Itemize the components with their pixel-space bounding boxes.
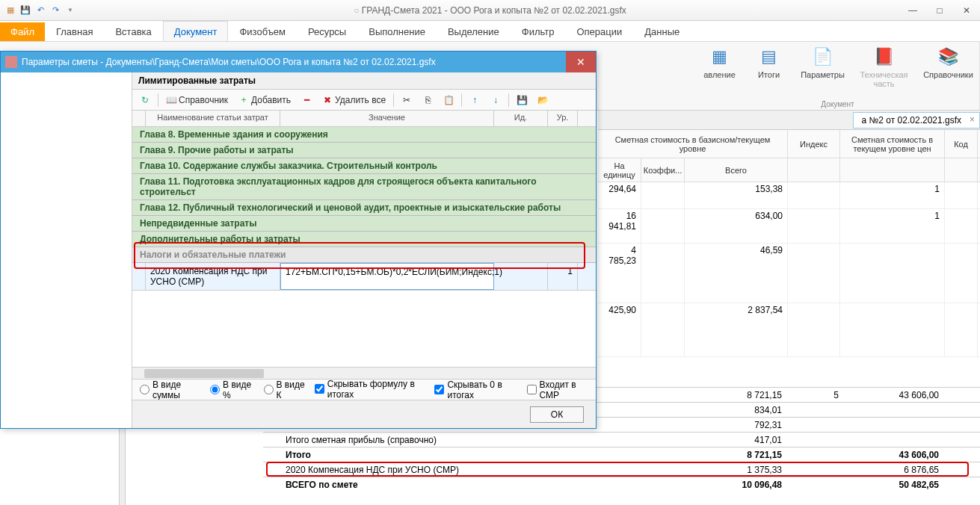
tab-execution[interactable]: Выполнение [357,21,437,41]
tab-resources[interactable]: Ресурсы [297,21,357,41]
entry-value-input[interactable]: 172+БМ.СП*0,15+БМ.ОБ)*0,2*ЕСЛИ(БИМ;Индек… [280,263,494,290]
col-unit: На единицу [598,158,641,182]
col-code: Код [945,130,978,158]
col-level[interactable]: Ур. [548,111,578,126]
entry-level: 1 [548,263,578,290]
col-cost-cur: Сметная стоимость в текущем уровне цен [840,130,945,158]
summary-row-grand[interactable]: ВСЕГО по смете10 096,4850 482,65 [263,477,980,492]
chapter-row[interactable]: Глава 9. Прочие работы и затраты [132,143,596,158]
delete-all-button[interactable]: ✖Удалить все [319,93,389,107]
col-cost-base: Сметная стоимость в базисном/текущем уро… [598,130,788,158]
dialog-list: Глава 8. Временные здания и сооружения Г… [132,127,596,367]
window-title: ○ ГРАНД-Смета 2021 - ООО Рога и копыта №… [81,4,899,16]
tab-filter[interactable]: Фильтр [511,21,566,41]
dialog-title: Параметры сметы - Документы\Гранд-Смета\… [22,57,436,67]
file-tab[interactable]: Файл [0,22,45,41]
dialog-icon [5,56,17,68]
plus-icon: ＋ [238,95,249,105]
maximize-button[interactable]: □ [926,2,953,19]
entry-name[interactable]: 2020 Компенсация НДС при УСНО (СМР) [146,263,280,290]
opt-sum[interactable]: В виде суммы [140,379,201,400]
totals-button[interactable]: ▤ Итоги [747,45,792,88]
col-total: Всего [685,158,788,182]
refresh-icon: ↻ [140,95,150,105]
reference-button[interactable]: 📖Справочник [163,93,231,107]
qat-dropdown-icon[interactable]: ▼ [64,4,76,16]
opt-k[interactable]: В виде К [264,379,306,400]
col-coef: Коэффи... [641,158,685,182]
horizontal-scrollbar[interactable] [132,367,596,379]
dialog-close-button[interactable]: ✕ [566,52,596,72]
open-tb-button[interactable]: 📂 [534,93,551,107]
copy-button[interactable]: ⎘ [419,93,436,107]
opt-in-smr[interactable]: Входит в СМР [527,379,588,400]
undo-icon[interactable]: ↶ [34,4,46,16]
save-icon[interactable]: 💾 [19,4,31,16]
move-up-button[interactable]: ↑ [466,93,483,107]
tab-insert[interactable]: Вставка [104,21,162,41]
entry-row[interactable]: 2020 Компенсация НДС при УСНО (СМР) 172+… [132,263,596,291]
tab-main[interactable]: Главная [45,21,104,41]
techpart-button[interactable]: 📕 Техническая часть [854,45,914,88]
arrow-up-icon: ↑ [469,95,480,105]
scissors-icon: ✂ [401,95,412,105]
opt-hide-zero[interactable]: Скрывать 0 в итогах [434,379,517,400]
document-tab[interactable]: а №2 от 02.02.2021.gsfx [853,112,980,128]
move-down-button[interactable]: ↓ [487,93,504,107]
add-button[interactable]: ＋Добавить [235,93,294,107]
delete-icon: ✖ [322,95,333,105]
redo-icon[interactable]: ↷ [49,4,61,16]
dialog-toolbar: ↻ 📖Справочник ＋Добавить ━ ✖Удалить все ✂… [132,90,596,111]
tab-operations[interactable]: Операции [565,21,633,41]
scrollbar-thumb[interactable] [144,369,264,378]
books-icon: 📚 [937,45,961,69]
table-row[interactable]: 425,90 2 837,54 [598,303,980,357]
book-open-icon: 📖 [166,95,176,105]
summary-row-nds[interactable]: 2020 Компенсация НДС при УСНО (СМР)1 375… [263,462,980,477]
view-button[interactable]: ▦ авление [697,45,742,88]
refresh-button[interactable]: ↻ [137,93,153,107]
col-value[interactable]: Значение [280,111,494,126]
chapter-row-dim[interactable]: Налоги и обязательные платежи [132,247,596,263]
folder-open-icon: 📂 [537,95,548,105]
summary-row-total[interactable]: Итого8 721,1543 606,00 [263,447,980,462]
delete-one-button[interactable]: ━ [298,93,315,107]
references-button[interactable]: 📚 Справочники [919,45,979,88]
col-name[interactable]: Наименование статьи затрат [146,111,280,126]
quick-access-toolbar: ▦ 💾 ↶ ↷ ▼ [0,4,81,16]
grid-body: 294,64 153,38 1 16 941,81 634,00 1 4 785… [598,182,980,357]
tab-physvolume[interactable]: Физобъем [228,21,297,41]
summary-row[interactable]: Итого сметная прибыль (справочно)417,01 [263,432,980,447]
dialog-section-title: Лимитированные затраты [132,72,596,90]
chapter-row[interactable]: Глава 10. Содержание службы заказчика. С… [132,158,596,174]
ribbon-group-label: Документ [821,100,854,108]
parameters-button[interactable]: 📄 Параметры [796,45,850,88]
chapter-row[interactable]: Глава 11. Подготовка эксплуатационных ка… [132,174,596,200]
cut-button[interactable]: ✂ [398,93,415,107]
grid-header: Сметная стоимость в базисном/текущем уро… [598,130,980,182]
tab-selection[interactable]: Выделение [437,21,511,41]
dialog-titlebar[interactable]: Параметры сметы - Документы\Гранд-Смета\… [1,52,596,72]
minimize-button[interactable]: — [899,2,926,19]
chapter-row[interactable]: Глава 12. Публичный технологический и це… [132,200,596,216]
disk-icon: 💾 [517,95,527,105]
paste-icon: 📋 [443,95,454,105]
chapter-row[interactable]: Дополнительные работы и затраты [132,232,596,247]
opt-pct[interactable]: В виде % [210,379,254,400]
chapter-row[interactable]: Глава 8. Временные здания и сооружения [132,127,596,143]
dialog-footer: ОК [132,400,596,428]
opt-hide-formula[interactable]: Скрывать формулу в итогах [315,379,426,401]
table-row[interactable]: 294,64 153,38 1 [598,182,980,209]
tab-document[interactable]: Документ [163,21,229,41]
ok-button[interactable]: ОК [530,406,584,423]
close-button[interactable]: ✕ [953,2,980,19]
minus-icon: ━ [301,95,312,105]
dialog-options: В виде суммы В виде % В виде К Скрывать … [132,379,596,400]
table-row[interactable]: 4 785,23 46,59 [598,244,980,303]
tab-data[interactable]: Данные [633,21,691,41]
paste-button[interactable]: 📋 [440,93,457,107]
chapter-row[interactable]: Непредвиденные затраты [132,216,596,232]
col-id[interactable]: Ид. [494,111,548,126]
table-row[interactable]: 16 941,81 634,00 1 [598,209,980,244]
save-tb-button[interactable]: 💾 [514,93,530,107]
